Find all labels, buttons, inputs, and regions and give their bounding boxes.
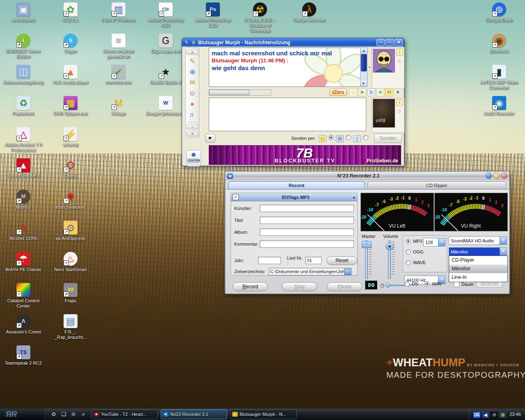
desktop-icon[interactable]: WZeugen jehovas.d... xyxy=(145,96,186,116)
desktop-icon[interactable]: ▲↗Adobe Reader 8 xyxy=(3,158,44,179)
tab-cd-ripper[interactable]: CD Ripper xyxy=(367,181,507,189)
desktop-icon[interactable]: ☢↗S.T.A.L.K.E.R. - Shadow of Chernobyl xyxy=(240,2,281,34)
desktop-icon[interactable]: ▮↗ImTOO 3GP Video Converter xyxy=(479,65,520,91)
desktop-icon[interactable]: ☂↗AntiVir PE Classic xyxy=(3,252,44,272)
history-tool-icon[interactable]: H xyxy=(385,88,393,96)
master-slider-thumb[interactable]: ◠ xyxy=(362,241,372,248)
master-slider[interactable]: ◠ xyxy=(362,240,372,278)
pills-icon[interactable]: ● xyxy=(187,99,197,109)
desktop-icon[interactable]: ▣Arbeitsplatz xyxy=(3,2,44,23)
icq-titlebar[interactable]: ✎ ✿ Blutsauger Murph - Nachrichtensitzun… xyxy=(182,38,404,47)
send-sms-option-radio[interactable] xyxy=(346,135,351,140)
caret-icon[interactable]: ▾ xyxy=(394,89,402,96)
send-message-option-radio[interactable] xyxy=(329,135,334,140)
language-indicator[interactable]: DE xyxy=(473,412,480,418)
recorder-close-button[interactable] xyxy=(501,173,507,179)
id3-field-input[interactable] xyxy=(260,205,354,212)
scroll-thumb[interactable] xyxy=(361,54,367,71)
desktop-icon[interactable]: ♨↗Nero StartSmart xyxy=(50,252,91,272)
volume-slider-thumb[interactable]: ◉ xyxy=(386,243,394,250)
desktop-icon[interactable]: ↗Catalyst Control Center xyxy=(3,283,44,309)
format-wave-radio[interactable] xyxy=(406,260,411,265)
mode-ds-radio[interactable] xyxy=(404,281,410,287)
desktop-icon[interactable]: ✔↗memtest.exe xyxy=(98,65,139,85)
desktop-icon[interactable]: ⊚↗Google Earth xyxy=(479,2,520,23)
stop-button[interactable]: Stop xyxy=(282,282,317,291)
pause-button[interactable]: Pause xyxy=(327,282,362,291)
lied-nr-field[interactable]: 01 xyxy=(305,257,322,264)
avatar-panel-collapse[interactable]: ◂ xyxy=(368,48,371,86)
microphone-icon[interactable]: ♬ xyxy=(187,110,197,120)
bitrate-select[interactable]: 128▼ xyxy=(423,238,445,247)
start-button[interactable]: ЯR xyxy=(0,409,46,420)
send-mobile-option-radio[interactable] xyxy=(363,135,368,140)
icq-quicklaunch-icon[interactable]: ✿ xyxy=(50,410,58,418)
id3-checkbox[interactable]: ✓ xyxy=(233,194,239,200)
desktop-icon[interactable]: ⚡↗winamp xyxy=(50,127,91,148)
message-input[interactable] xyxy=(209,98,366,131)
desktop-icon[interactable]: O↗Opera xyxy=(50,158,91,179)
blog-icon[interactable]: b xyxy=(367,88,375,96)
buddy-avatar-icon[interactable]: ☺ xyxy=(187,89,197,98)
desktop-icon[interactable]: S↗Skype xyxy=(50,34,91,54)
desktop-icon[interactable]: ◫Netzwerkumgebung xyxy=(3,65,44,85)
format-mp3-radio[interactable] xyxy=(406,239,411,244)
reset-button[interactable]: Reset xyxy=(326,256,357,265)
greeting-icon[interactable]: ➤ xyxy=(358,88,366,96)
quick-action-button[interactable]: ☛ xyxy=(205,134,215,143)
tab-record[interactable]: Record xyxy=(228,181,365,189)
scroll-up-arrow[interactable]: ▲ xyxy=(361,48,367,54)
buddy-info-icon[interactable]: i xyxy=(396,49,403,56)
taskbar-task[interactable]: ◉No23 Recorder 2.1 xyxy=(161,409,227,419)
source-option-mikrofon[interactable]: Mikrofon xyxy=(449,265,507,273)
id3-field-input[interactable] xyxy=(260,240,354,248)
chat-hscrollbar[interactable] xyxy=(209,89,271,96)
desktop-icon[interactable]: M↗Mikogo xyxy=(98,96,139,116)
media-tray-icon[interactable]: ❂ xyxy=(499,412,506,418)
desktop-icon[interactable]: ✱↗Irfan_View.exe xyxy=(50,189,91,210)
desktop-icon[interactable]: A↗Alcohol 120% xyxy=(3,221,44,241)
id3-field-input[interactable] xyxy=(260,228,354,236)
desktop-icon[interactable]: ✿↗ICQ 5.1 xyxy=(50,2,91,23)
buddy-home-icon[interactable]: ⌂ xyxy=(396,57,402,64)
chat-history-view[interactable]: mach mal screenshot und schick mir malBl… xyxy=(209,48,361,87)
collapse-panel-icon[interactable]: ▲ xyxy=(351,195,357,199)
mode-wav-radio[interactable] xyxy=(425,281,430,287)
volume-slider[interactable]: ◉ xyxy=(385,240,395,278)
steam-tray-icon[interactable]: ☉ xyxy=(491,412,498,418)
close-button[interactable]: ✕ xyxy=(395,39,403,46)
sidebar-scroll-down[interactable]: ▼ xyxy=(187,131,198,137)
zielverzeichnis-field[interactable]: C:\Dokumente und Einstellungen\Joha xyxy=(269,268,352,275)
scroll-down-arrow[interactable]: ▼ xyxy=(361,81,366,87)
taskbar-task[interactable]: ◉YouTube - T2 - Heart... xyxy=(91,409,158,419)
flower-tool-icon[interactable]: ❀ xyxy=(376,88,384,96)
smiley-icon[interactable]: ☺ xyxy=(349,88,357,96)
desktop-icon[interactable]: ♻Papierkorb xyxy=(3,96,44,116)
desktop-icon[interactable]: Λ↗Assassin's Creed xyxy=(3,314,44,335)
chevron-icon[interactable]: » xyxy=(79,410,87,418)
senden-button[interactable]: Senden xyxy=(374,134,402,143)
minimize-button[interactable]: ─ xyxy=(377,39,385,46)
desktop-icon[interactable]: ▤F.R._-_Rap_braucht... xyxy=(50,314,91,340)
jahr-field[interactable] xyxy=(258,257,281,264)
browser-quicklaunch-icon[interactable]: ⊕ xyxy=(69,410,78,418)
id3-field-input[interactable] xyxy=(260,217,354,224)
history-icon[interactable]: ✎ xyxy=(187,57,197,66)
desktop-icon[interactable]: ≡Marco knallhart geweckt.txt xyxy=(98,34,139,59)
player-tray-icon[interactable]: ◀ xyxy=(482,412,489,418)
id3-panel-header[interactable]: ✓ ID3Tags MP3 ▲ xyxy=(231,193,357,201)
desktop-icon[interactable]: i↗EVEREST Home Edition xyxy=(3,34,44,59)
source-option-cd-player[interactable]: CD-Player xyxy=(449,256,507,265)
icq-center-button[interactable]: ☻ CENTER xyxy=(186,150,201,167)
source-option-line-in[interactable]: Line-In xyxy=(449,273,507,282)
browse-folder-button[interactable] xyxy=(344,269,351,275)
own-home-icon[interactable]: ⌂ xyxy=(396,107,402,114)
maximize-button[interactable]: □ xyxy=(386,39,394,46)
desktop-icon[interactable]: ⊙↗xp-AntiSpy.exe xyxy=(50,221,91,241)
recorder-maximize-button[interactable] xyxy=(493,173,500,179)
desktop-icon[interactable]: λ↗Garrys Mod.exe xyxy=(289,2,330,23)
world-icon[interactable]: ⊕ xyxy=(187,67,197,77)
tzers-button[interactable]: tZers xyxy=(329,89,347,96)
desktop-icon[interactable]: ◉↗No23 Recorder xyxy=(479,96,520,116)
desktop-icon[interactable]: △↗Adobe Acrobat 7.0 Professional xyxy=(3,127,44,153)
